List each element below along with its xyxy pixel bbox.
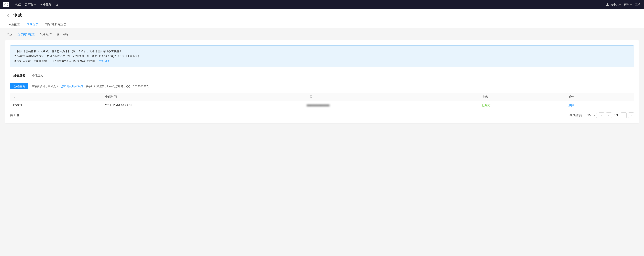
content-area: 概况 短信内容配置 发送短信 统计分析 1. 国内短信由签名+正文组成，签名符号…: [0, 28, 644, 256]
subnav-stats[interactable]: 统计分析: [56, 32, 68, 37]
pagination-controls: 每页显示行 10 20 50 100 « ‹ 1/1 › »: [570, 112, 634, 118]
nav-grid-icon[interactable]: ⊞: [56, 3, 58, 6]
info-item-3: 3. 您可设置常用手机和邮箱，用于即时接收该应用短信内容审核通知。 立即设置: [14, 59, 630, 63]
page-container: 测试 应用配置 国内短信 国际/港澳台短信 概况 短信内容配置 发送短信 统计分…: [0, 9, 644, 256]
next-page-button[interactable]: ›: [621, 112, 626, 118]
first-page-button[interactable]: «: [598, 112, 604, 118]
billing-chevron-icon: ▾: [630, 4, 632, 6]
delete-action-link[interactable]: 删除: [568, 103, 574, 107]
main-tabs: 应用配置 国内短信 国际/港澳台短信: [5, 21, 639, 28]
last-page-button[interactable]: »: [628, 112, 634, 118]
tab-domestic-sms[interactable]: 国内短信: [23, 21, 42, 28]
billing-menu[interactable]: 费用 ▾: [624, 3, 632, 7]
subnav-overview[interactable]: 概况: [7, 32, 12, 37]
logo[interactable]: [3, 2, 9, 8]
subnav-sms-config[interactable]: 短信内容配置: [18, 32, 35, 37]
info-list: 1. 国内短信由签名+正文组成，签名符号为【】（注：全角），发送短信内容时必须带…: [14, 49, 630, 63]
tab-intl-sms[interactable]: 国际/港澳台短信: [42, 21, 70, 28]
tab-sms-body[interactable]: 短信正文: [28, 72, 46, 80]
tab-app-config[interactable]: 应用配置: [5, 21, 23, 28]
prev-page-button[interactable]: ‹: [606, 112, 612, 118]
toolbar-row: 创建签名 申请被驳回，审核太久，点击此处联系我们，或手动添加短信小助手为您服务，…: [10, 83, 634, 89]
content-blurred: ■■■■■■■■■■■■■: [307, 104, 330, 107]
pagination-row: 共 1 项 每页显示行 10 20 50 100 « ‹ 1/1 ›: [10, 110, 634, 118]
total-count: 共 1 项: [10, 113, 19, 117]
col-action: 操作: [566, 93, 634, 101]
cell-status: 已通过: [480, 101, 566, 110]
nav-overview[interactable]: 总览: [15, 3, 21, 7]
notice-text: 申请被驳回，审核太久，点击此处联系我们，或手动添加短信小助手为您服务，QQ：30…: [32, 84, 151, 88]
cell-content: ■■■■■■■■■■■■■: [304, 101, 480, 110]
user-chevron-icon: ▾: [620, 4, 620, 6]
info-box: 1. 国内短信由签名+正文组成，签名符号为【】（注：全角），发送短信内容时必须带…: [10, 45, 634, 67]
per-page-select[interactable]: 10 20 50 100: [586, 113, 597, 118]
signatures-table: ID 申请时间 内容 状态 操作 179971 2018-11-16 16:29…: [10, 93, 634, 110]
sub-tabs: 短信签名 短信正文: [10, 72, 634, 80]
info-item-2: 2. 短信签名和模板提交后，预计2小时完成审核。审核时间：周一至周日9:00-2…: [14, 54, 630, 58]
back-button[interactable]: [5, 13, 11, 18]
title-row: 测试: [5, 13, 639, 18]
cell-id: 179971: [10, 101, 102, 110]
page-title: 测试: [13, 13, 22, 18]
workorder-link[interactable]: 工单: [635, 3, 641, 7]
products-chevron-icon: ▾: [34, 4, 36, 6]
col-status: 状态: [480, 93, 566, 101]
main-card: 1. 国内短信由签名+正文组成，签名符号为【】（注：全角），发送短信内容时必须带…: [5, 40, 639, 123]
nav-products[interactable]: 云产品 ▾: [25, 3, 36, 7]
nav-icp[interactable]: 网站备案: [40, 3, 51, 7]
create-signature-button[interactable]: 创建签名: [10, 83, 28, 89]
col-content: 内容: [304, 93, 480, 101]
col-id: ID: [10, 93, 102, 101]
per-page-select-wrapper: 10 20 50 100: [586, 113, 597, 118]
table-header: ID 申请时间 内容 状态 操作: [10, 93, 634, 101]
topnav-right: 易小天 ▾ 费用 ▾ 工单: [606, 3, 641, 7]
cell-apply-time: 2018-11-16 16:29:08: [102, 101, 304, 110]
page-header: 测试 应用配置 国内短信 国际/港澳台短信: [0, 9, 644, 28]
per-page-label: 每页显示行: [570, 113, 584, 117]
current-page-indicator: 1/1: [614, 114, 619, 117]
table-row: 179971 2018-11-16 16:29:08 ■■■■■■■■■■■■■…: [10, 101, 634, 110]
sub-navigation: 概况 短信内容配置 发送短信 统计分析: [5, 32, 639, 37]
top-navigation: 总览 云产品 ▾ 网站备案 ⊞ 易小天 ▾ 费用 ▾ 工单: [0, 0, 644, 9]
col-apply-time: 申请时间: [102, 93, 304, 101]
cell-action: 删除: [566, 101, 634, 110]
status-badge: 已通过: [482, 103, 491, 107]
contact-us-link[interactable]: 点击此处联系我们: [61, 85, 83, 88]
immediate-setup-link[interactable]: 立即设置: [99, 60, 110, 63]
info-item-1: 1. 国内短信由签名+正文组成，签名符号为【】（注：全角），发送短信内容时必须带…: [14, 49, 630, 54]
table-body: 179971 2018-11-16 16:29:08 ■■■■■■■■■■■■■…: [10, 101, 634, 110]
tab-sms-signature[interactable]: 短信签名: [10, 72, 28, 80]
subnav-send-sms[interactable]: 发送短信: [40, 32, 52, 37]
user-menu[interactable]: 易小天 ▾: [606, 3, 620, 7]
